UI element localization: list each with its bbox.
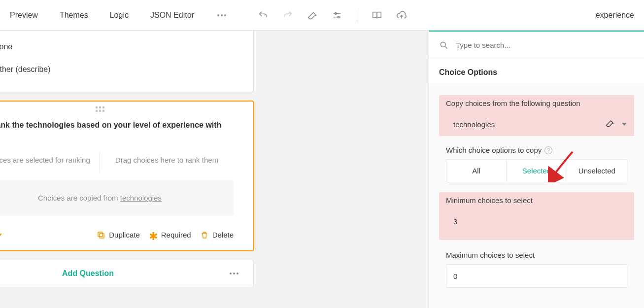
copied-source-link[interactable]: technologies (120, 194, 162, 202)
svg-rect-5 (98, 232, 102, 237)
choice-none-label: None (0, 42, 12, 51)
book-icon[interactable] (371, 9, 383, 21)
min-choices-group: Minimum choices to select (439, 192, 634, 240)
panel-body: Copy choices from the following question… (429, 86, 644, 308)
choice-other-row[interactable]: Other (describe) (0, 58, 241, 81)
max-choices-input[interactable] (453, 272, 620, 280)
ranking-source-col[interactable]: All choices are selected for ranking (0, 150, 100, 175)
panel-heading: Choice Options (429, 59, 644, 86)
max-choices-label: Maximum choices to select (446, 251, 627, 259)
toolbar-separator (357, 8, 357, 22)
clear-selection-icon[interactable] (605, 118, 615, 130)
search-icon (439, 40, 449, 50)
add-question-row: Add Question (0, 260, 254, 287)
add-question-more-icon[interactable] (230, 273, 241, 274)
svg-line-7 (445, 46, 447, 48)
undo-icon[interactable] (257, 9, 269, 21)
tab-json-editor[interactable]: JSON Editor (150, 9, 194, 22)
min-choices-label: Minimum choices to select (446, 196, 627, 205)
eraser-icon[interactable] (306, 9, 318, 21)
top-toolbar: Preview Themes Logic JSON Editor (0, 0, 644, 31)
toolbar-more-icon[interactable] (216, 9, 228, 21)
chevron-down-icon (0, 234, 2, 237)
required-label: Required (161, 231, 191, 239)
svg-point-6 (441, 42, 445, 47)
copy-from-value: technologies (453, 120, 605, 129)
drag-handle-icon[interactable] (0, 102, 253, 116)
tab-preview[interactable]: Preview (10, 9, 38, 22)
cloud-upload-icon[interactable] (396, 9, 407, 21)
search-row (429, 32, 644, 59)
question-card-upper[interactable]: None Other (describe) (0, 31, 254, 92)
question-title[interactable]: Please rank the technologies based on yo… (0, 116, 253, 150)
context-label: experience (596, 11, 634, 20)
settings-sliders-icon[interactable] (331, 9, 343, 21)
min-choices-input-wrap (446, 209, 627, 233)
main-canvas: None Other (describe) Please rank the te… (0, 31, 429, 308)
which-to-copy-segment: All Selected Unselected (446, 159, 627, 182)
ranking-columns: All choices are selected for ranking Dra… (0, 150, 234, 175)
ranking-target-col[interactable]: Drag choices here to rank them (100, 150, 234, 175)
help-icon[interactable]: ? (544, 146, 552, 154)
delete-button[interactable]: Delete (200, 231, 234, 240)
segment-all[interactable]: All (446, 160, 507, 182)
segment-selected[interactable]: Selected (507, 160, 567, 182)
choice-none-row[interactable]: None (0, 35, 241, 58)
search-input[interactable] (456, 41, 634, 49)
required-button[interactable]: ✱ Required (149, 231, 191, 239)
duplicate-label: Duplicate (109, 231, 140, 239)
max-choices-input-wrap (446, 264, 627, 288)
which-to-copy-label: Which choice options to copy ? (446, 146, 627, 154)
choice-other-label: Other (describe) (0, 65, 51, 74)
tab-logic[interactable]: Logic (110, 9, 129, 22)
question-type-dropdown[interactable]: Ranking (0, 231, 2, 239)
redo-icon[interactable] (282, 9, 294, 21)
properties-panel: Choice Options Copy choices from the fol… (429, 31, 644, 308)
tab-themes[interactable]: Themes (60, 9, 88, 22)
copied-prefix: Choices are copied from (38, 194, 120, 202)
segment-unselected[interactable]: Unselected (567, 160, 627, 182)
delete-label: Delete (212, 231, 234, 239)
choices-copied-notice: Choices are copied from technologies (0, 180, 234, 216)
min-choices-input[interactable] (453, 217, 620, 226)
add-question-button[interactable]: Add Question (0, 269, 230, 278)
copy-from-group: Copy choices from the following question… (439, 95, 634, 136)
svg-rect-4 (100, 234, 104, 238)
duplicate-button[interactable]: Duplicate (97, 231, 140, 240)
copy-from-label: Copy choices from the following question (446, 99, 634, 107)
copy-from-select[interactable]: technologies (446, 112, 634, 136)
question-footer: Ranking Duplicate ✱ Required (0, 229, 253, 250)
question-card-selected[interactable]: Please rank the technologies based on yo… (0, 101, 254, 251)
chevron-down-icon[interactable] (622, 123, 627, 126)
